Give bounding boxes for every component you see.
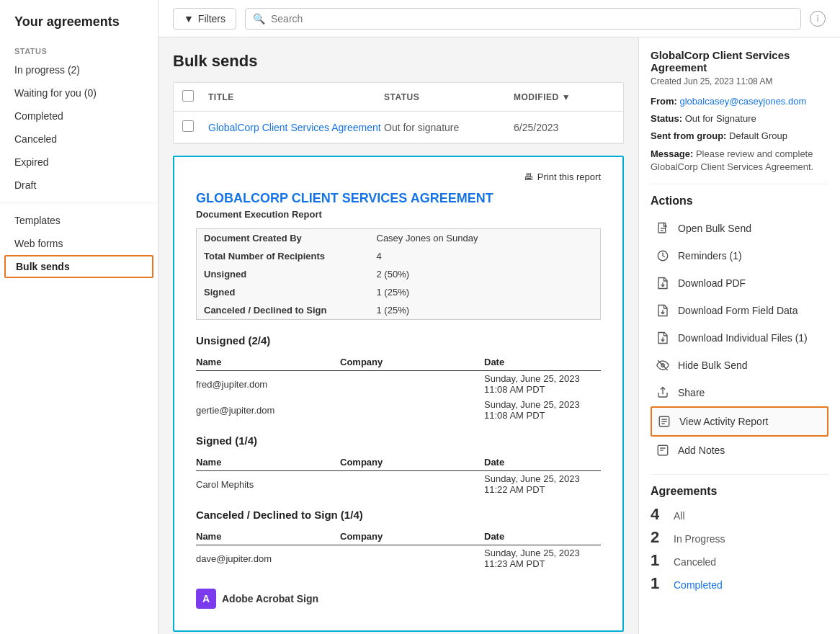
print-link[interactable]: 🖶 Print this report (524, 171, 601, 182)
canceled-section-title: Canceled / Declined to Sign (1/4) (196, 509, 601, 521)
agreement-stats: 4 All 2 In Progress 1 Canceled 1 Complet… (651, 505, 828, 593)
signed-table: Name Company Date Carol MephitsSunday, J… (196, 454, 601, 497)
info-icon[interactable]: i (810, 11, 826, 27)
people-row: fred@jupiter.domSunday, June 25, 2023 11… (196, 371, 601, 398)
stat-label[interactable]: Completed (674, 579, 723, 591)
stat-canceled: 1 Canceled (651, 551, 828, 570)
filter-button[interactable]: ▼ Filters (173, 8, 236, 30)
rp-sent-from-value: Default Group (729, 130, 787, 141)
sidebar-item-expired[interactable]: Expired (0, 151, 158, 174)
action-download-pdf[interactable]: Download PDF (651, 269, 828, 297)
action-label: Download Form Field Data (678, 305, 798, 316)
sidebar-item-bulk-sends[interactable]: Bulk sends (4, 255, 153, 278)
signed-col-date: Date (484, 454, 601, 471)
download-icon (655, 330, 671, 346)
actions-list: Open Bulk Send Reminders (1) Download PD… (651, 215, 828, 464)
page-title: Bulk sends (173, 52, 624, 71)
action-hide-bulk-send[interactable]: Hide Bulk Send (651, 352, 828, 379)
stat-label: In Progress (674, 533, 725, 545)
rp-created: Created Jun 25, 2023 11:08 AM (651, 76, 828, 86)
signed-col-company: Company (340, 454, 484, 471)
stat-count: 1 (651, 551, 668, 570)
center-panel: Bulk sends TITLE STATUS MODIFIED ▼ Globa… (158, 37, 638, 634)
people-row: Carol MephitsSunday, June 25, 2023 11:22… (196, 471, 601, 498)
canceled-col-date: Date (484, 528, 601, 545)
summary-row: Signed1 (25%) (197, 283, 601, 301)
action-share[interactable]: Share (651, 379, 828, 406)
person-name: gertie@jupiter.dom (196, 397, 340, 423)
right-panel: GlobalCorp Client Services Agreement Cre… (638, 37, 840, 634)
search-icon: 🔍 (253, 13, 265, 24)
status-section-label: STATUS (0, 41, 158, 58)
summary-row: Canceled / Declined to Sign1 (25%) (197, 301, 601, 320)
summary-key: Canceled / Declined to Sign (197, 301, 370, 320)
person-date: Sunday, June 25, 2023 11:23 AM PDT (484, 545, 601, 572)
canceled-col-company: Company (340, 528, 484, 545)
stat-completed: 1 Completed (651, 574, 828, 593)
action-label: Open Bulk Send (678, 223, 751, 234)
stat-count: 1 (651, 574, 668, 593)
doc-title: GLOBALCORP CLIENT SERVICES AGREEMENT (196, 191, 601, 206)
summary-value: 1 (25%) (370, 301, 601, 320)
rp-from: From: globalcasey@caseyjones.dom (651, 95, 828, 108)
download-icon (655, 303, 671, 318)
rp-agreement-title: GlobalCorp Client Services Agreement (651, 49, 828, 73)
sidebar-item-web-forms[interactable]: Web forms (0, 232, 158, 255)
row-status: Out for signature (384, 122, 514, 133)
row-title[interactable]: GlobalCorp Client Services Agreement (208, 122, 384, 133)
row-checkbox[interactable] (182, 120, 194, 132)
action-open-bulk-send[interactable]: Open Bulk Send (651, 215, 828, 242)
action-download-individual-files[interactable]: Download Individual Files (1) (651, 324, 828, 352)
doc-icon (655, 220, 671, 236)
unsigned-table: Name Company Date fred@jupiter.domSunday… (196, 354, 601, 423)
person-company (340, 545, 484, 572)
stat-count: 4 (651, 505, 668, 524)
sort-arrow-icon: ▼ (562, 92, 571, 102)
summary-value: 2 (50%) (370, 265, 601, 283)
search-box: 🔍 (245, 8, 801, 30)
action-view-activity-report[interactable]: View Activity Report (651, 406, 828, 437)
adobe-logo-icon: A (196, 589, 216, 609)
doc-subtitle: Document Execution Report (196, 209, 601, 220)
sidebar-item-draft[interactable]: Draft (0, 174, 158, 197)
summary-row: Unsigned2 (50%) (197, 265, 601, 283)
rp-status: Status: Out for Signature (651, 112, 828, 125)
sidebar-item-waiting[interactable]: Waiting for you (0) (0, 81, 158, 104)
signed-section-title: Signed (1/4) (196, 434, 601, 447)
action-download-form-field-data[interactable]: Download Form Field Data (651, 297, 828, 324)
action-label: Add Notes (678, 445, 725, 456)
rp-from-email[interactable]: globalcasey@caseyjones.dom (679, 96, 806, 107)
print-bar: 🖶 Print this report (196, 171, 601, 182)
unsigned-section-title: Unsigned (2/4) (196, 334, 601, 347)
sidebar-item-in-progress[interactable]: In progress (2) (0, 58, 158, 81)
sidebar-title: Your agreements (0, 7, 158, 41)
filter-icon: ▼ (184, 13, 194, 24)
table-row[interactable]: GlobalCorp Client Services Agreement Out… (174, 112, 623, 143)
header-checkbox[interactable] (182, 90, 194, 102)
unsigned-col-name: Name (196, 354, 340, 371)
rp-actions-title: Actions (651, 195, 828, 207)
sidebar-item-canceled[interactable]: Canceled (0, 128, 158, 151)
search-input[interactable] (271, 13, 793, 24)
people-row: gertie@jupiter.domSunday, June 25, 2023 … (196, 397, 601, 423)
download-icon (655, 275, 671, 291)
stat-in-progress: 2 In Progress (651, 528, 828, 547)
summary-key: Total Number of Recipients (197, 247, 370, 265)
action-reminders[interactable]: Reminders (1) (651, 242, 828, 269)
col-header-modified: MODIFIED ▼ (514, 92, 615, 102)
sidebar-item-templates[interactable]: Templates (0, 209, 158, 232)
content-area: Bulk sends TITLE STATUS MODIFIED ▼ Globa… (158, 37, 840, 634)
action-label: Reminders (1) (678, 250, 742, 262)
action-add-notes[interactable]: Add Notes (651, 437, 828, 464)
sidebar-item-completed[interactable]: Completed (0, 104, 158, 128)
svg-rect-0 (658, 223, 666, 233)
action-label: Download PDF (678, 277, 746, 289)
eye-icon (655, 357, 671, 373)
stat-all: 4 All (651, 505, 828, 524)
unsigned-col-company: Company (340, 354, 484, 371)
summary-value: 4 (370, 247, 601, 265)
person-name: dave@jupiter.dom (196, 545, 340, 572)
logo-footer: A Adobe Acrobat Sign (196, 589, 601, 609)
agreements-table: TITLE STATUS MODIFIED ▼ GlobalCorp Clien… (173, 82, 624, 144)
person-company (340, 397, 484, 423)
